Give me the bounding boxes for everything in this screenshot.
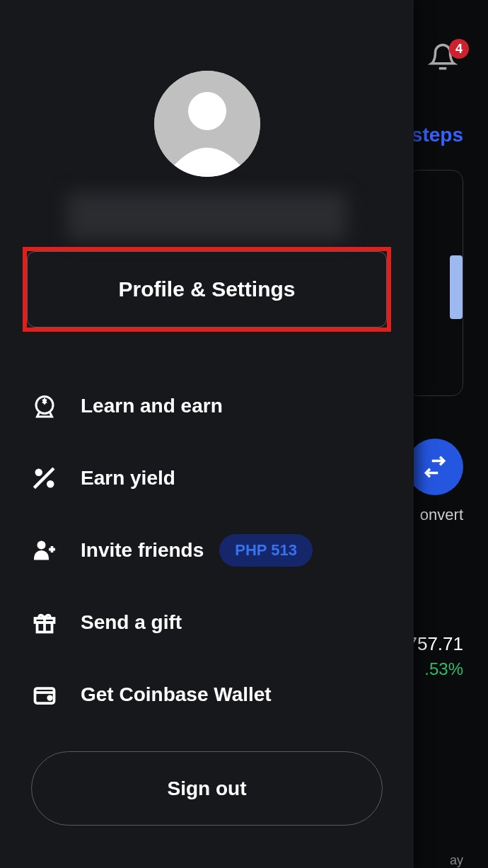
menu-item-invite-friends[interactable]: Invite friends PHP 513	[31, 514, 383, 586]
notification-badge: 4	[449, 39, 469, 59]
highlight-annotation	[23, 247, 391, 332]
svg-point-11	[48, 696, 52, 700]
percent-icon	[31, 465, 58, 492]
menu-item-get-wallet[interactable]: Get Coinbase Wallet	[31, 659, 383, 731]
steps-link-partial[interactable]: steps	[412, 124, 463, 146]
menu-item-label: Invite friends	[81, 539, 204, 562]
invite-icon	[31, 537, 58, 564]
menu-item-label: Get Coinbase Wallet	[81, 683, 272, 706]
menu-item-learn-and-earn[interactable]: Learn and earn	[31, 370, 383, 442]
sign-out-button[interactable]: Sign out	[31, 751, 383, 826]
learn-earn-icon	[31, 393, 58, 419]
user-name-redacted	[67, 192, 347, 241]
price-partial: 757.71	[407, 633, 463, 655]
gift-icon	[31, 609, 58, 636]
svg-point-3	[35, 469, 43, 477]
menu-item-label: Learn and earn	[81, 395, 223, 417]
menu-item-label: Earn yield	[81, 467, 175, 490]
convert-button-partial[interactable]	[407, 439, 463, 495]
menu-item-earn-yield[interactable]: Earn yield	[31, 442, 383, 514]
convert-icon	[423, 455, 447, 479]
menu-item-send-gift[interactable]: Send a gift	[31, 586, 383, 659]
svg-point-6	[37, 541, 46, 550]
bottom-text-partial: ay	[450, 853, 463, 868]
menu-item-label: Send a gift	[81, 611, 182, 634]
bg-card-partial	[407, 170, 463, 396]
side-drawer: Profile & Settings Learn and earn	[0, 0, 414, 868]
svg-point-1	[188, 92, 226, 130]
drawer-menu: Learn and earn Earn yield Invite fri	[0, 370, 414, 731]
svg-point-4	[47, 480, 54, 488]
invite-reward-badge: PHP 513	[219, 534, 313, 567]
notification-bell[interactable]: 4	[428, 42, 463, 78]
avatar[interactable]	[154, 71, 260, 177]
convert-label-partial: onvert	[420, 506, 463, 524]
avatar-placeholder-icon	[154, 71, 260, 177]
pct-partial: .53%	[424, 659, 463, 679]
wallet-icon	[31, 681, 58, 708]
